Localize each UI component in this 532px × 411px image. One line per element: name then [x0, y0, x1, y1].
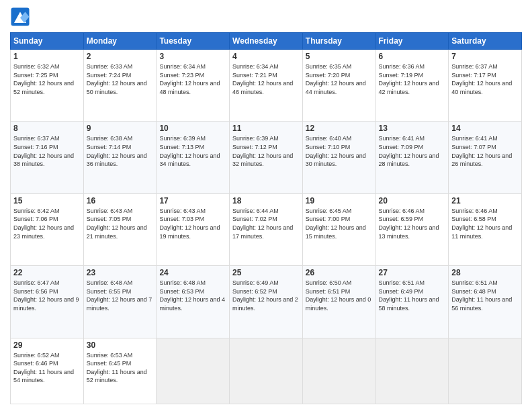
cell-info: Sunrise: 6:44 AMSunset: 7:02 PMDaylight:…	[232, 208, 293, 240]
calendar-cell: 14Sunrise: 6:41 AMSunset: 7:07 PMDayligh…	[449, 122, 522, 193]
weekday-header: Sunday	[11, 33, 84, 50]
calendar-cell: 26Sunrise: 6:50 AMSunset: 6:51 PMDayligh…	[302, 266, 375, 338]
cell-info: Sunrise: 6:50 AMSunset: 6:51 PMDaylight:…	[306, 279, 371, 312]
day-number: 17	[159, 196, 226, 205]
day-number: 2	[87, 52, 154, 61]
calendar-cell: 29Sunrise: 6:52 AMSunset: 6:46 PMDayligh…	[11, 338, 84, 404]
cell-info: Sunrise: 6:43 AMSunset: 7:05 PMDaylight:…	[87, 208, 147, 240]
cell-info: Sunrise: 6:34 AMSunset: 7:21 PMDaylight:…	[232, 63, 293, 95]
calendar-cell: 9Sunrise: 6:38 AMSunset: 7:14 PMDaylight…	[83, 122, 157, 193]
day-number: 6	[379, 52, 446, 61]
weekday-header: Monday	[83, 33, 157, 50]
cell-info: Sunrise: 6:53 AMSunset: 6:45 PMDaylight:…	[87, 352, 147, 384]
cell-info: Sunrise: 6:47 AMSunset: 6:56 PMDaylight:…	[13, 279, 79, 312]
calendar-week-row: 15Sunrise: 6:42 AMSunset: 7:06 PMDayligh…	[11, 193, 522, 265]
calendar-week-row: 1Sunrise: 6:32 AMSunset: 7:25 PMDaylight…	[11, 50, 522, 122]
calendar-header-row: SundayMondayTuesdayWednesdayThursdayFrid…	[11, 33, 522, 50]
cell-info: Sunrise: 6:41 AMSunset: 7:07 PMDaylight:…	[451, 135, 512, 167]
calendar-cell: 16Sunrise: 6:43 AMSunset: 7:05 PMDayligh…	[83, 193, 157, 265]
calendar-cell: 21Sunrise: 6:46 AMSunset: 6:58 PMDayligh…	[449, 193, 522, 265]
weekday-header: Saturday	[449, 33, 522, 50]
calendar-cell: 13Sunrise: 6:41 AMSunset: 7:09 PMDayligh…	[375, 122, 449, 193]
day-number: 29	[13, 340, 81, 350]
calendar-cell: 25Sunrise: 6:49 AMSunset: 6:52 PMDayligh…	[230, 266, 303, 338]
calendar-cell: 1Sunrise: 6:32 AMSunset: 7:25 PMDaylight…	[11, 50, 84, 122]
cell-info: Sunrise: 6:32 AMSunset: 7:25 PMDaylight:…	[13, 63, 74, 95]
day-number: 28	[451, 268, 519, 277]
weekday-header: Thursday	[302, 33, 375, 50]
cell-info: Sunrise: 6:36 AMSunset: 7:19 PMDaylight:…	[379, 63, 439, 95]
calendar-cell	[302, 338, 375, 404]
day-number: 24	[159, 268, 226, 277]
cell-info: Sunrise: 6:39 AMSunset: 7:12 PMDaylight:…	[232, 135, 293, 167]
calendar-cell	[375, 338, 449, 404]
calendar-cell: 3Sunrise: 6:34 AMSunset: 7:23 PMDaylight…	[157, 50, 230, 122]
calendar-cell: 19Sunrise: 6:45 AMSunset: 7:00 PMDayligh…	[302, 193, 375, 265]
cell-info: Sunrise: 6:48 AMSunset: 6:55 PMDaylight:…	[87, 279, 152, 312]
day-number: 3	[159, 52, 226, 61]
cell-info: Sunrise: 6:34 AMSunset: 7:23 PMDaylight:…	[159, 63, 220, 95]
day-number: 22	[13, 268, 81, 277]
calendar-cell: 30Sunrise: 6:53 AMSunset: 6:45 PMDayligh…	[83, 338, 157, 404]
calendar-cell: 5Sunrise: 6:35 AMSunset: 7:20 PMDaylight…	[302, 50, 375, 122]
calendar-week-row: 22Sunrise: 6:47 AMSunset: 6:56 PMDayligh…	[11, 266, 522, 338]
day-number: 19	[306, 196, 373, 205]
page: SundayMondayTuesdayWednesdayThursdayFrid…	[0, 0, 532, 411]
cell-info: Sunrise: 6:39 AMSunset: 7:13 PMDaylight:…	[159, 135, 220, 167]
day-number: 9	[87, 124, 154, 133]
calendar-cell: 20Sunrise: 6:46 AMSunset: 6:59 PMDayligh…	[375, 193, 449, 265]
day-number: 23	[87, 268, 154, 277]
cell-info: Sunrise: 6:46 AMSunset: 6:58 PMDaylight:…	[451, 208, 512, 240]
calendar-week-row: 29Sunrise: 6:52 AMSunset: 6:46 PMDayligh…	[11, 338, 522, 404]
day-number: 20	[379, 196, 446, 205]
calendar-cell: 22Sunrise: 6:47 AMSunset: 6:56 PMDayligh…	[11, 266, 84, 338]
cell-info: Sunrise: 6:33 AMSunset: 7:24 PMDaylight:…	[87, 63, 147, 95]
cell-info: Sunrise: 6:45 AMSunset: 7:00 PMDaylight:…	[306, 208, 366, 240]
weekday-header: Tuesday	[157, 33, 230, 50]
cell-info: Sunrise: 6:46 AMSunset: 6:59 PMDaylight:…	[379, 208, 439, 240]
cell-info: Sunrise: 6:48 AMSunset: 6:53 PMDaylight:…	[159, 279, 225, 312]
cell-info: Sunrise: 6:38 AMSunset: 7:14 PMDaylight:…	[87, 135, 147, 167]
cell-info: Sunrise: 6:37 AMSunset: 7:16 PMDaylight:…	[13, 135, 74, 167]
day-number: 26	[306, 268, 373, 277]
calendar-cell: 27Sunrise: 6:51 AMSunset: 6:49 PMDayligh…	[375, 266, 449, 338]
day-number: 12	[306, 124, 373, 133]
day-number: 7	[451, 52, 519, 61]
calendar-cell: 28Sunrise: 6:51 AMSunset: 6:48 PMDayligh…	[449, 266, 522, 338]
day-number: 30	[87, 340, 154, 350]
day-number: 21	[451, 196, 519, 205]
cell-info: Sunrise: 6:43 AMSunset: 7:03 PMDaylight:…	[159, 208, 220, 240]
cell-info: Sunrise: 6:42 AMSunset: 7:06 PMDaylight:…	[13, 208, 74, 240]
calendar-cell	[157, 338, 230, 404]
calendar-cell	[230, 338, 303, 404]
calendar-cell: 10Sunrise: 6:39 AMSunset: 7:13 PMDayligh…	[157, 122, 230, 193]
calendar-cell: 18Sunrise: 6:44 AMSunset: 7:02 PMDayligh…	[230, 193, 303, 265]
cell-info: Sunrise: 6:35 AMSunset: 7:20 PMDaylight:…	[306, 63, 366, 95]
cell-info: Sunrise: 6:49 AMSunset: 6:52 PMDaylight:…	[232, 279, 298, 312]
header	[10, 7, 522, 27]
day-number: 14	[451, 124, 519, 133]
calendar-cell: 12Sunrise: 6:40 AMSunset: 7:10 PMDayligh…	[302, 122, 375, 193]
day-number: 15	[13, 196, 81, 205]
calendar-cell	[449, 338, 522, 404]
calendar-cell: 11Sunrise: 6:39 AMSunset: 7:12 PMDayligh…	[230, 122, 303, 193]
cell-info: Sunrise: 6:41 AMSunset: 7:09 PMDaylight:…	[379, 135, 439, 167]
calendar-table: SundayMondayTuesdayWednesdayThursdayFrid…	[10, 32, 522, 404]
day-number: 25	[232, 268, 300, 277]
day-number: 8	[13, 124, 81, 133]
calendar-cell: 15Sunrise: 6:42 AMSunset: 7:06 PMDayligh…	[11, 193, 84, 265]
day-number: 4	[232, 52, 300, 61]
day-number: 1	[13, 52, 81, 61]
calendar-cell: 23Sunrise: 6:48 AMSunset: 6:55 PMDayligh…	[83, 266, 157, 338]
cell-info: Sunrise: 6:40 AMSunset: 7:10 PMDaylight:…	[306, 135, 366, 167]
cell-info: Sunrise: 6:37 AMSunset: 7:17 PMDaylight:…	[451, 63, 512, 95]
cell-info: Sunrise: 6:51 AMSunset: 6:48 PMDaylight:…	[451, 279, 512, 312]
calendar-cell: 7Sunrise: 6:37 AMSunset: 7:17 PMDaylight…	[449, 50, 522, 122]
day-number: 16	[87, 196, 154, 205]
weekday-header: Wednesday	[230, 33, 303, 50]
calendar-cell: 17Sunrise: 6:43 AMSunset: 7:03 PMDayligh…	[157, 193, 230, 265]
day-number: 10	[159, 124, 226, 133]
calendar-cell: 4Sunrise: 6:34 AMSunset: 7:21 PMDaylight…	[230, 50, 303, 122]
calendar-cell: 24Sunrise: 6:48 AMSunset: 6:53 PMDayligh…	[157, 266, 230, 338]
cell-info: Sunrise: 6:52 AMSunset: 6:46 PMDaylight:…	[13, 352, 74, 384]
